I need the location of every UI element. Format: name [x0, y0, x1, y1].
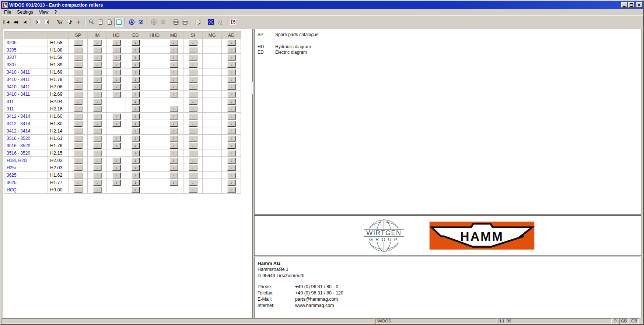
download-SP-button[interactable]: ↓: [74, 158, 82, 163]
nav-back-button[interactable]: ◀: [20, 18, 29, 27]
menu-help[interactable]: ?: [52, 9, 60, 15]
download-ED-button[interactable]: ↓: [132, 187, 140, 193]
download-ED-button[interactable]: ↓: [132, 77, 140, 82]
download-AD-button[interactable]: ↓: [227, 150, 235, 156]
download-AD-button[interactable]: ↓: [227, 84, 235, 90]
model-link[interactable]: 3307: [4, 54, 48, 61]
download-SI-button[interactable]: ↓: [189, 128, 197, 134]
download-MD-button[interactable]: ↓: [170, 113, 178, 119]
download-SP-button[interactable]: ↓: [74, 150, 82, 156]
model-link[interactable]: 3205: [4, 39, 48, 46]
menu-file[interactable]: File: [1, 9, 14, 15]
download-ED-button[interactable]: ↓: [132, 165, 140, 171]
download-ED-button[interactable]: ↓: [132, 99, 140, 105]
download-ED-button[interactable]: ↓: [132, 121, 140, 127]
font-2-inactive-button[interactable]: ②: [158, 18, 168, 27]
download-MD-button[interactable]: ↓: [170, 69, 178, 75]
notes-button[interactable]: [193, 18, 203, 27]
download-SP-button[interactable]: ↓: [74, 47, 82, 53]
model-link[interactable]: 3410 - 3411: [4, 91, 48, 98]
model-link[interactable]: 3307: [4, 61, 48, 68]
model-link[interactable]: 3625: [4, 172, 48, 179]
download-IM-button[interactable]: ↓: [93, 158, 101, 163]
download-ED-button[interactable]: ↓: [132, 69, 140, 75]
model-link[interactable]: H18i, H20i: [4, 157, 48, 164]
download-AD-button[interactable]: ↓: [227, 91, 235, 97]
download-SP-button[interactable]: ↓: [74, 62, 82, 68]
download-SI-button[interactable]: ↓: [189, 165, 197, 171]
download-AD-button[interactable]: ↓: [227, 99, 235, 105]
download-ED-button[interactable]: ↓: [132, 180, 140, 186]
model-link[interactable]: 3412 - 3414: [4, 113, 48, 120]
language-button[interactable]: [206, 18, 216, 27]
download-IM-button[interactable]: ↓: [93, 187, 101, 193]
download-SI-button[interactable]: ↓: [189, 143, 197, 149]
download-ED-button[interactable]: ↓: [132, 113, 140, 119]
download-HD-button[interactable]: ↓: [112, 172, 120, 178]
download-SP-button[interactable]: ↓: [74, 54, 82, 60]
download-HD-button[interactable]: ↓: [112, 165, 120, 171]
download-AD-button[interactable]: ↓: [227, 62, 235, 68]
nav-fast-back-button[interactable]: ◀◀: [11, 18, 20, 27]
page-preview-button[interactable]: [105, 18, 114, 27]
download-ED-button[interactable]: ↓: [132, 84, 140, 90]
download-SI-button[interactable]: ↓: [189, 54, 197, 60]
download-HD-button[interactable]: ↓: [112, 158, 120, 163]
download-SI-button[interactable]: ↓: [189, 135, 197, 141]
download-SP-button[interactable]: ↓: [74, 106, 82, 112]
print-setup-button[interactable]: [181, 18, 190, 27]
download-MD-button[interactable]: ↓: [170, 150, 178, 156]
download-IM-button[interactable]: ↓: [93, 54, 101, 60]
model-link[interactable]: 3516 - 3520: [4, 142, 48, 149]
download-IM-button[interactable]: ↓: [93, 121, 101, 127]
download-ED-button[interactable]: ↓: [132, 158, 140, 163]
cart-button[interactable]: [55, 18, 64, 27]
download-HD-button[interactable]: ↓: [112, 180, 120, 186]
download-MD-button[interactable]: ↓: [170, 91, 178, 97]
download-IM-button[interactable]: ↓: [93, 113, 101, 119]
download-AD-button[interactable]: ↓: [227, 54, 235, 60]
download-MD-button[interactable]: ↓: [170, 84, 178, 90]
download-SI-button[interactable]: ↓: [189, 172, 197, 178]
download-ED-button[interactable]: ↓: [132, 62, 140, 68]
download-SI-button[interactable]: ↓: [189, 158, 197, 163]
download-ED-button[interactable]: ↓: [132, 128, 140, 134]
download-IM-button[interactable]: ↓: [93, 84, 101, 90]
download-SI-button[interactable]: ↓: [189, 187, 197, 193]
download-SP-button[interactable]: ↓: [74, 84, 82, 90]
font-2-active-button[interactable]: ②: [136, 18, 146, 27]
download-IM-button[interactable]: ↓: [93, 47, 101, 53]
download-IM-button[interactable]: ↓: [93, 165, 101, 171]
download-HD-button[interactable]: ↓: [112, 84, 120, 90]
download-AD-button[interactable]: ↓: [227, 180, 235, 186]
download-MD-button[interactable]: ↓: [170, 121, 178, 127]
download-ED-button[interactable]: ↓: [132, 150, 140, 156]
download-SP-button[interactable]: ↓: [74, 180, 82, 186]
model-link[interactable]: 3516 - 3520: [4, 135, 48, 142]
menu-view[interactable]: View: [36, 9, 52, 15]
download-SI-button[interactable]: ↓: [189, 121, 197, 127]
model-link[interactable]: 3410 - 3411: [4, 76, 48, 83]
download-SI-button[interactable]: ↓: [189, 40, 197, 46]
download-MD-button[interactable]: ↓: [170, 180, 178, 186]
page-button[interactable]: [96, 18, 105, 27]
close-button[interactable]: [636, 2, 642, 8]
download-MD-button[interactable]: ↓: [170, 40, 178, 46]
blank-view-button[interactable]: [114, 18, 123, 27]
download-SP-button[interactable]: ↓: [74, 172, 82, 178]
download-MD-button[interactable]: ↓: [170, 106, 178, 112]
download-MD-button[interactable]: ↓: [170, 135, 178, 141]
download-SP-button[interactable]: ↓: [74, 165, 82, 171]
panel-splitter-handle[interactable]: [252, 82, 254, 94]
eraser-button[interactable]: [216, 18, 225, 27]
model-link[interactable]: 311: [4, 105, 48, 113]
model-link[interactable]: 3410 - 3411: [4, 83, 48, 91]
download-AD-button[interactable]: ↓: [227, 106, 235, 112]
model-link[interactable]: 311: [4, 98, 48, 105]
download-SI-button[interactable]: ↓: [189, 180, 197, 186]
download-HD-button[interactable]: ↓: [112, 77, 120, 82]
download-SI-button[interactable]: ↓: [189, 113, 197, 119]
model-link[interactable]: H25i: [4, 164, 48, 172]
zoom-button[interactable]: [87, 18, 96, 27]
download-IM-button[interactable]: ↓: [93, 180, 101, 186]
